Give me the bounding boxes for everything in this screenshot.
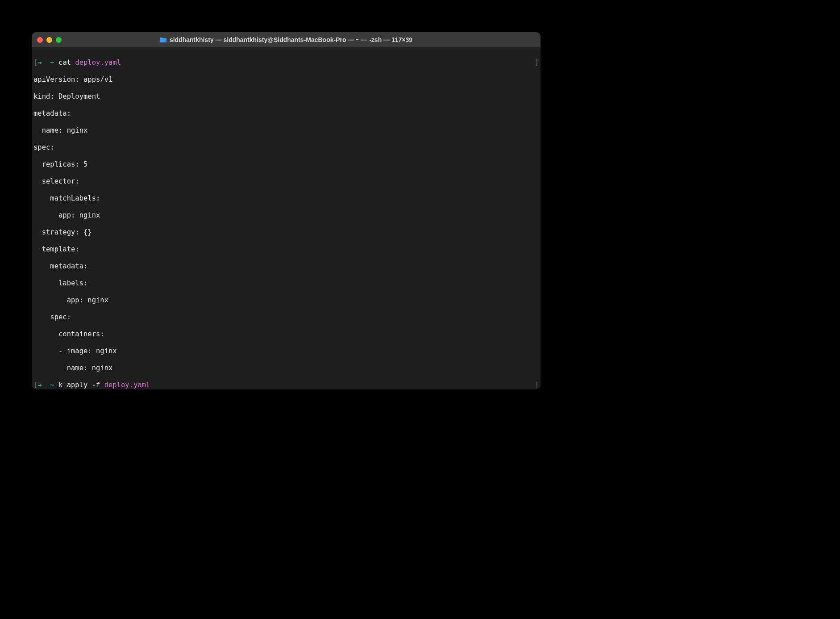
rbracket: ] bbox=[535, 381, 539, 389]
yaml-line: apiVersion: apps/v1 bbox=[33, 75, 539, 84]
yaml-line: name: nginx bbox=[33, 126, 539, 135]
yaml-line: containers: bbox=[33, 330, 539, 339]
lbracket: [ bbox=[33, 59, 37, 67]
yaml-line: strategy: {} bbox=[33, 228, 539, 237]
yaml-line: name: nginx bbox=[33, 364, 539, 372]
rbracket: ] bbox=[535, 59, 539, 67]
prompt-arrow: → bbox=[37, 59, 42, 67]
folder-icon bbox=[160, 37, 167, 43]
prompt-tilde: ~ bbox=[50, 381, 54, 389]
yaml-line: selector: bbox=[33, 177, 539, 186]
terminal-window: siddhantkhisty — siddhantkhisty@Siddhant… bbox=[32, 32, 541, 389]
prompt-line: ][→ ~ cat deploy.yaml bbox=[33, 59, 539, 67]
lbracket: [ bbox=[33, 381, 37, 389]
terminal-body[interactable]: ][→ ~ cat deploy.yaml apiVersion: apps/v… bbox=[32, 47, 541, 389]
minimize-button[interactable] bbox=[46, 37, 52, 43]
yaml-line: metadata: bbox=[33, 109, 539, 118]
yaml-line: - image: nginx bbox=[33, 347, 539, 356]
titlebar: siddhantkhisty — siddhantkhisty@Siddhant… bbox=[32, 32, 541, 47]
prompt-tilde: ~ bbox=[50, 59, 54, 67]
yaml-line: replicas: 5 bbox=[33, 160, 539, 169]
yaml-line: labels: bbox=[33, 279, 539, 288]
yaml-line: matchLabels: bbox=[33, 194, 539, 203]
yaml-line: spec: bbox=[33, 313, 539, 322]
title-wrap: siddhantkhisty — siddhantkhisty@Siddhant… bbox=[32, 36, 541, 43]
cmd-cat: cat bbox=[58, 59, 75, 67]
zoom-button[interactable] bbox=[56, 37, 62, 43]
apply-opt: -f bbox=[92, 381, 104, 389]
cat-arg: deploy.yaml bbox=[75, 59, 121, 67]
yaml-line: app: nginx bbox=[33, 296, 539, 305]
yaml-line: template: bbox=[33, 245, 539, 254]
yaml-line: app: nginx bbox=[33, 211, 539, 220]
window-title: siddhantkhisty — siddhantkhisty@Siddhant… bbox=[170, 36, 412, 43]
yaml-line: kind: Deployment bbox=[33, 92, 539, 101]
cmd-apply: k apply bbox=[58, 381, 92, 389]
apply-arg: deploy.yaml bbox=[104, 381, 150, 389]
yaml-line: metadata: bbox=[33, 262, 539, 271]
yaml-line: spec: bbox=[33, 143, 539, 152]
close-button[interactable] bbox=[37, 37, 43, 43]
prompt-arrow: → bbox=[37, 381, 42, 389]
traffic-lights bbox=[37, 37, 62, 43]
prompt-line: ][→ ~ k apply -f deploy.yaml bbox=[33, 381, 539, 389]
